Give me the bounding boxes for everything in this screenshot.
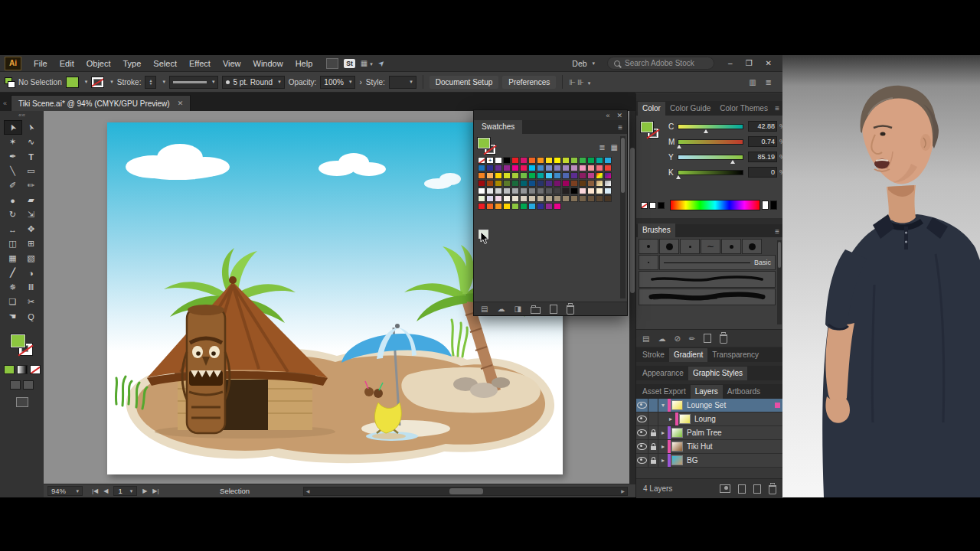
- swatch[interactable]: [579, 180, 586, 187]
- brush-item-charcoal-thick[interactable]: [639, 289, 776, 305]
- close-button[interactable]: ✕: [766, 59, 772, 67]
- menu-item[interactable]: Help: [289, 59, 319, 68]
- swatch[interactable]: [528, 165, 536, 171]
- artboard-number-dropdown[interactable]: 1▾: [113, 486, 137, 496]
- channel-slider[interactable]: [678, 170, 743, 175]
- swatch[interactable]: [570, 180, 578, 187]
- swatch[interactable]: [545, 172, 553, 179]
- visibility-toggle[interactable]: [636, 454, 648, 467]
- swatch[interactable]: [579, 165, 586, 171]
- color-button[interactable]: [4, 365, 15, 374]
- lock-toggle[interactable]: [648, 426, 658, 439]
- swatch[interactable]: [537, 203, 544, 210]
- chevron-down-icon[interactable]: ▾: [85, 79, 88, 85]
- swatch[interactable]: [537, 187, 544, 194]
- swatch[interactable]: [511, 165, 519, 171]
- channel-slider[interactable]: [678, 139, 743, 145]
- swatch[interactable]: [503, 172, 511, 179]
- workspace-switcher[interactable]: Deb▾: [572, 59, 595, 68]
- tool-button[interactable]: ▦: [4, 251, 22, 266]
- spectrum-black[interactable]: [770, 201, 777, 210]
- swatch[interactable]: [511, 195, 519, 202]
- libraries-panel-icon[interactable]: ☁: [658, 334, 665, 343]
- tool-button[interactable]: ✂: [22, 295, 41, 309]
- swatch[interactable]: [520, 165, 528, 171]
- brush-item[interactable]: ∼: [701, 239, 720, 254]
- swatch[interactable]: [503, 203, 511, 210]
- layer-name[interactable]: Tiki Hut: [687, 442, 783, 451]
- swatch[interactable]: [503, 187, 511, 194]
- panel-tab[interactable]: Artboards: [723, 385, 765, 399]
- swatch[interactable]: [486, 203, 494, 210]
- expand-chevron[interactable]: ▸: [666, 416, 675, 422]
- tool-button[interactable]: ◑: [22, 266, 41, 280]
- grid-view-icon[interactable]: ▦: [611, 143, 618, 152]
- draw-normal-button[interactable]: [10, 380, 21, 390]
- swatch[interactable]: [495, 203, 502, 210]
- swatch[interactable]: [486, 187, 494, 194]
- tool-button[interactable]: ↻: [4, 207, 22, 222]
- swatch[interactable]: [596, 165, 603, 171]
- tool-button[interactable]: ⇲: [22, 207, 41, 222]
- panel-tab[interactable]: Brushes: [638, 223, 675, 237]
- tool-button[interactable]: ▧: [22, 251, 41, 266]
- none-button[interactable]: [30, 365, 41, 374]
- lock-toggle[interactable]: [648, 399, 658, 412]
- tool-button[interactable]: ↔: [4, 222, 22, 236]
- width-profile-dropdown[interactable]: ▾: [169, 76, 219, 89]
- panel-tab[interactable]: Graphic Styles: [688, 367, 747, 380]
- make-mask-icon[interactable]: [720, 484, 730, 493]
- search-input[interactable]: Search Adobe Stock: [607, 57, 714, 70]
- panel-menu-icon[interactable]: ≡: [775, 227, 779, 236]
- expand-chevron[interactable]: ▸: [658, 443, 668, 450]
- panel-tab[interactable]: Stroke: [638, 348, 669, 362]
- new-sublayer-icon[interactable]: [738, 484, 746, 494]
- swatch[interactable]: [503, 165, 511, 171]
- delete-swatch-icon[interactable]: [567, 305, 574, 315]
- panel-tab[interactable]: Transparency: [707, 348, 763, 362]
- swatch[interactable]: [596, 180, 603, 187]
- opacity-dropdown[interactable]: 100%▾: [320, 76, 355, 89]
- channel-slider[interactable]: [678, 124, 743, 129]
- color-spectrum-bar[interactable]: [670, 200, 760, 210]
- swatch[interactable]: [570, 157, 578, 164]
- swatch[interactable]: [503, 157, 511, 164]
- swatch[interactable]: [511, 172, 519, 179]
- expand-chevron[interactable]: ▸: [658, 429, 668, 436]
- swatch[interactable]: [478, 187, 485, 194]
- layer-thumbnail[interactable]: [671, 455, 683, 465]
- gradient-button[interactable]: [17, 365, 28, 374]
- slider-thumb[interactable]: [677, 145, 681, 148]
- menu-item[interactable]: Window: [247, 59, 289, 68]
- layer-thumbnail[interactable]: [671, 428, 683, 438]
- swatch[interactable]: [503, 180, 511, 187]
- menu-item[interactable]: Effect: [183, 59, 217, 68]
- swatch[interactable]: [570, 195, 578, 202]
- layer-thumbnail[interactable]: [671, 400, 683, 410]
- visibility-toggle[interactable]: [636, 440, 648, 453]
- swatch[interactable]: [562, 165, 570, 171]
- channel-value-field[interactable]: 0.74: [748, 136, 777, 147]
- menu-item[interactable]: View: [217, 59, 247, 68]
- slider-thumb[interactable]: [730, 160, 735, 164]
- swatch[interactable]: [579, 157, 586, 164]
- brush-item[interactable]: [639, 255, 658, 270]
- swatch[interactable]: [495, 180, 502, 187]
- swatch[interactable]: [537, 195, 544, 202]
- white-swatch[interactable]: [649, 202, 656, 209]
- swatch[interactable]: [554, 172, 561, 179]
- tool-button[interactable]: ✏: [22, 178, 41, 193]
- swatch[interactable]: [554, 195, 561, 202]
- tool-button[interactable]: ✵: [4, 280, 22, 295]
- brushes-scrollbar[interactable]: [777, 240, 782, 324]
- swatch[interactable]: [554, 157, 561, 164]
- chevron-down-icon[interactable]: ▾: [110, 79, 113, 85]
- swatch[interactable]: [528, 172, 536, 179]
- swatch[interactable]: [604, 195, 612, 202]
- swatch[interactable]: [579, 195, 586, 202]
- zoom-level-dropdown[interactable]: 94%▾: [47, 486, 83, 496]
- swatch[interactable]: [520, 180, 528, 187]
- channel-value-field[interactable]: 0: [748, 167, 777, 178]
- swatch[interactable]: [520, 195, 528, 202]
- none-swatch[interactable]: [641, 202, 648, 209]
